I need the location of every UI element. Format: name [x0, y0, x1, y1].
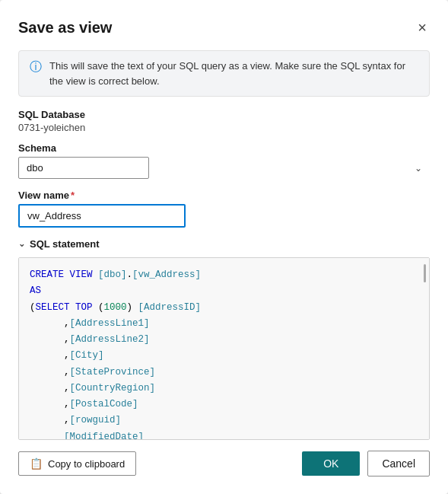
info-icon: ⓘ	[30, 59, 42, 75]
dialog-title: Save as view	[18, 19, 112, 37]
sql-section-label: SQL statement	[30, 238, 100, 250]
sql-line: ,[PostalCode]	[30, 397, 418, 413]
chevron-down-icon: ⌄	[415, 163, 422, 174]
sql-line: ,[City]	[30, 348, 418, 364]
schema-select[interactable]: dbo	[18, 157, 149, 179]
sql-line: ,[CountryRegion]	[30, 381, 418, 397]
required-indicator: *	[71, 190, 75, 201]
schema-select-wrapper: dbo ⌄	[18, 157, 430, 179]
schema-label: Schema	[18, 142, 430, 154]
db-value: 0731-yoleichen	[18, 122, 430, 133]
chevron-right-icon: ⌄	[18, 239, 25, 249]
dialog-header: Save as view ×	[18, 18, 430, 37]
db-label: SQL Database	[18, 109, 430, 120]
sql-editor[interactable]: CREATE VIEW [dbo].[vw_Address] AS (SELEC…	[18, 257, 430, 440]
cancel-button[interactable]: Cancel	[367, 451, 430, 476]
sql-line: AS	[30, 283, 418, 299]
sql-line: ,[AddressLine2]	[30, 332, 418, 348]
scrollbar	[424, 264, 426, 282]
close-button[interactable]: ×	[415, 18, 430, 37]
sql-line: ,[rowguid]	[30, 413, 418, 429]
info-text: This will save the text of your SQL quer…	[49, 59, 418, 88]
info-banner: ⓘ This will save the text of your SQL qu…	[18, 50, 430, 97]
sql-line: ,[AddressLine1]	[30, 316, 418, 332]
sql-line: (SELECT TOP (1000) [AddressID]	[30, 300, 418, 316]
ok-button[interactable]: OK	[302, 451, 360, 476]
sql-line: ,[StateProvince]	[30, 365, 418, 381]
sql-section-toggle[interactable]: ⌄ SQL statement	[18, 238, 430, 250]
copy-icon: 📋	[30, 457, 43, 470]
copy-label: Copy to clipboard	[48, 458, 125, 470]
copy-to-clipboard-button[interactable]: 📋 Copy to clipboard	[18, 451, 136, 476]
dialog-footer: 📋 Copy to clipboard OK Cancel	[18, 451, 430, 476]
view-name-label: View name*	[18, 190, 430, 201]
save-as-view-dialog: Save as view × ⓘ This will save the text…	[0, 0, 448, 494]
action-buttons: OK Cancel	[302, 451, 430, 476]
sql-line: [ModifiedDate]	[30, 429, 418, 441]
sql-line: CREATE VIEW [dbo].[vw_Address]	[30, 267, 418, 283]
view-name-input[interactable]	[18, 204, 186, 228]
